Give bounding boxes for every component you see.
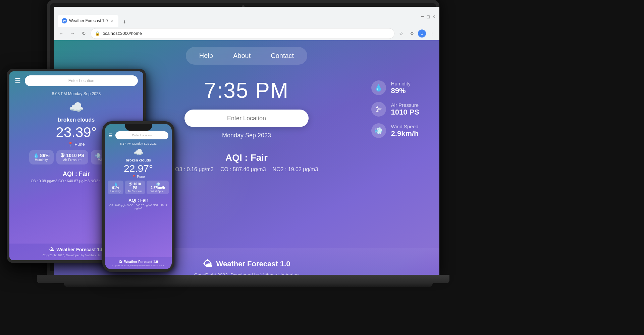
tablet-hamburger-icon[interactable]: ☰ xyxy=(15,77,21,85)
tablet-humidity-value: 💧 89% xyxy=(33,153,50,158)
aqi-values: O3 : 0.16 μg/m3 CO : 587.46 μg/m3 NO2 : … xyxy=(175,166,318,173)
aqi-section: AQI : Fair O3 : 0.16 μg/m3 CO : 587.46 μ… xyxy=(175,152,318,173)
phone-pressure-icon: 🌫 xyxy=(129,182,132,186)
tablet-pressure-stat: 🌫 1010 PS Air Pressure xyxy=(56,150,89,164)
refresh-button[interactable]: ↻ xyxy=(79,29,89,38)
phone-humidity-icon: 💧 xyxy=(114,182,118,186)
phone-aqi-title: AQI : Fair xyxy=(106,198,170,203)
footer-brand: 🌤 Weather Forecast 1.0 xyxy=(203,259,290,270)
phone-wind-value: 💨 2.87km/h xyxy=(149,182,166,190)
phone-footer-sun-icon: 🌤 xyxy=(119,260,122,264)
phone-screen: ☰ Enter Location 8:17 PM Monday Sep 2023… xyxy=(105,124,172,269)
tablet-location-pin-icon: 📍 xyxy=(68,142,73,147)
aqi-title: AQI : Fair xyxy=(175,152,318,163)
phone-pressure-stat: 🌫 1010 PS Air Pressure xyxy=(125,181,145,194)
phone-pressure-value: 🌫 1010 PS xyxy=(127,182,143,190)
phone-temperature: 22.97° xyxy=(105,162,172,175)
phone-time: 8:17 PM Monday Sep 2023 xyxy=(105,141,172,146)
location-input[interactable] xyxy=(184,110,309,127)
location-input-wrapper xyxy=(184,110,309,127)
phone-humidity-value: 💧 91% xyxy=(110,182,121,190)
phone-search-placeholder: Enter Location xyxy=(132,134,152,137)
browser-chrome: W Weather Forecast 1.0 × + − □ × xyxy=(54,7,439,27)
tablet-footer-sun-icon: 🌤 xyxy=(49,247,54,252)
time-display: 7:35 PM xyxy=(204,78,289,103)
phone-pressure-label: Air Pressure xyxy=(127,190,143,193)
date-display: Monday Sep 2023 xyxy=(222,132,271,139)
tablet-search-placeholder: Enter Location xyxy=(68,78,94,83)
phone-footer-brand: 🌤 Weather Forecast 1.0 xyxy=(108,260,169,264)
tab-close-button[interactable]: × xyxy=(110,18,114,23)
window-close-button[interactable]: × xyxy=(432,14,435,20)
tablet-humidity-stat: 💧 89% Humidity xyxy=(29,150,54,164)
phone-humidity-label: Humidity xyxy=(110,190,121,193)
bookmark-icon[interactable]: ☆ xyxy=(396,29,406,38)
nav-about[interactable]: About xyxy=(230,50,254,61)
nav-contact[interactable]: Contact xyxy=(267,50,297,61)
phone-location-text: Pune xyxy=(137,175,145,179)
phone-humidity-stat: 💧 91% Humidity xyxy=(108,181,123,194)
browser-nav-bar: ← → ↻ 🔒 localhost:3000/home ☆ ⚙ U ⋮ xyxy=(54,27,439,40)
laptop-base xyxy=(37,275,449,283)
laptop-foot xyxy=(64,283,433,287)
lock-icon: 🔒 xyxy=(95,31,100,36)
tablet-pressure-value: 🌫 1010 PS xyxy=(60,153,85,158)
tablet-wind-icon: 💨 xyxy=(95,153,101,158)
phone-aqi-values: O3 : 0.08 μg/m3 CO : 640.87 μg/m3 NO2 : … xyxy=(106,203,170,211)
tablet-pressure-label: Air Pressure xyxy=(60,158,85,162)
phone-footer-copy: CopyRight 2023, Developed by Vaibhav Umb… xyxy=(108,264,169,267)
footer-sun-icon: 🌤 xyxy=(203,259,212,270)
tablet-search-input[interactable]: Enter Location xyxy=(25,75,138,86)
phone-weather-icon: ☁️ xyxy=(105,146,172,158)
aqi-o3: O3 : 0.16 μg/m3 xyxy=(175,166,214,173)
window-minimize-button[interactable]: − xyxy=(421,14,424,20)
phone-wind-stat: 💨 2.87km/h Wind Speed xyxy=(147,181,169,194)
tablet-weather-icon: ☁️ xyxy=(9,97,143,117)
tablet-location-text: Pune xyxy=(74,142,85,147)
back-button[interactable]: ← xyxy=(56,29,66,38)
tablet-pressure-icon: 🌫 xyxy=(60,153,65,158)
browser-tab-title: Weather Forecast 1.0 xyxy=(69,18,108,23)
extensions-icon[interactable]: ⚙ xyxy=(407,29,417,38)
menu-icon[interactable]: ⋮ xyxy=(427,29,437,38)
profile-icon[interactable]: U xyxy=(418,29,426,38)
tablet-humidity-label: Humidity xyxy=(33,158,50,162)
tablet-header: ☰ Enter Location xyxy=(9,71,143,90)
address-text: localhost:3000/home xyxy=(102,31,142,36)
phone-wind-icon: 💨 xyxy=(156,182,160,186)
phone-weather-desc: broken clouds xyxy=(105,158,172,162)
nav-container: Help About Contact xyxy=(186,47,307,65)
browser-actions: ☆ ⚙ U ⋮ xyxy=(396,29,437,38)
tablet-humidity-icon: 💧 xyxy=(33,153,39,158)
phone-device: ☰ Enter Location 8:17 PM Monday Sep 2023… xyxy=(102,121,174,272)
phone-footer: 🌤 Weather Forecast 1.0 CopyRight 2023, D… xyxy=(105,257,172,269)
footer-brand-text: Weather Forecast 1.0 xyxy=(216,260,290,268)
browser-tab-icon: W xyxy=(62,18,67,23)
phone-wind-label: Wind Speed xyxy=(149,190,166,193)
forward-button[interactable]: → xyxy=(68,29,77,38)
phone-notch xyxy=(125,124,152,131)
aqi-co: CO : 587.46 μg/m3 xyxy=(220,166,266,173)
phone-location-pin-icon: 📍 xyxy=(132,175,136,179)
phone-aqi-section: AQI : Fair O3 : 0.08 μg/m3 CO : 640.87 μ… xyxy=(105,196,172,212)
aqi-no2: NO2 : 19.02 μg/m3 xyxy=(273,166,318,173)
nav-help[interactable]: Help xyxy=(196,50,216,61)
phone-hamburger-icon[interactable]: ☰ xyxy=(108,133,113,138)
address-bar[interactable]: 🔒 localhost:3000/home xyxy=(91,28,394,39)
phone-stats-row: 💧 91% Humidity 🌫 1010 PS Air Pressure 💨 … xyxy=(105,179,172,196)
tablet-time: 8:08 PM Monday Sep 2023 xyxy=(9,90,143,97)
browser-tab-active[interactable]: W Weather Forecast 1.0 × xyxy=(58,15,118,27)
new-tab-button[interactable]: + xyxy=(120,17,129,27)
footer-copyright: CopyRight 2023, Developed by Vaibhav Umb… xyxy=(194,272,299,275)
phone-search-input[interactable]: Enter Location xyxy=(115,131,168,139)
window-maximize-button[interactable]: □ xyxy=(427,14,429,19)
phone-location: 📍 Pune xyxy=(105,175,172,179)
